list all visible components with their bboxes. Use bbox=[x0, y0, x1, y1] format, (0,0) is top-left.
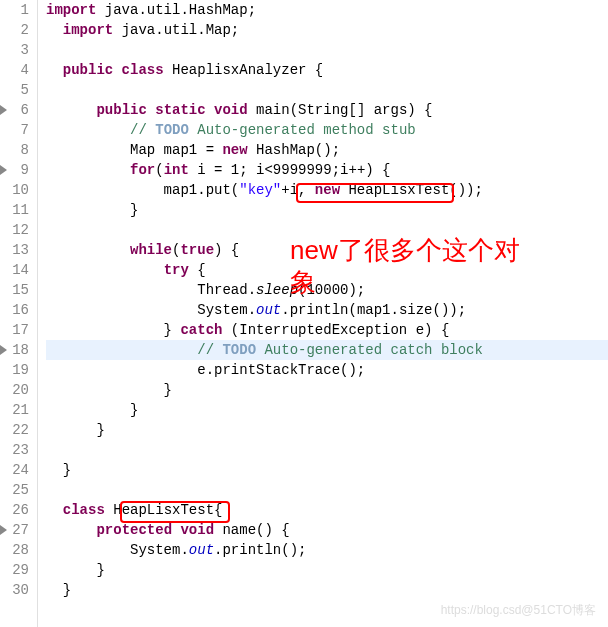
line-number: 20 bbox=[0, 380, 33, 400]
line-number: 1 bbox=[0, 0, 33, 20]
line-number: 12 bbox=[0, 220, 33, 240]
gutter-marker-icon bbox=[0, 105, 7, 115]
code-line[interactable] bbox=[46, 80, 608, 100]
line-number: 21 bbox=[0, 400, 33, 420]
gutter-marker-icon bbox=[0, 345, 7, 355]
code-line[interactable]: } bbox=[46, 460, 608, 480]
line-number: 22 bbox=[0, 420, 33, 440]
line-number: 7 bbox=[0, 120, 33, 140]
code-line[interactable]: protected void name() { bbox=[46, 520, 608, 540]
line-number: 5 bbox=[0, 80, 33, 100]
line-number: 10 bbox=[0, 180, 33, 200]
code-line[interactable] bbox=[46, 40, 608, 60]
code-line[interactable]: } bbox=[46, 200, 608, 220]
code-line[interactable]: public static void main(String[] args) { bbox=[46, 100, 608, 120]
line-number: 26 bbox=[0, 500, 33, 520]
code-line[interactable]: System.out.println(map1.size()); bbox=[46, 300, 608, 320]
code-line[interactable]: } bbox=[46, 420, 608, 440]
line-number: 15 bbox=[0, 280, 33, 300]
code-line[interactable] bbox=[46, 480, 608, 500]
line-number: 9 bbox=[0, 160, 33, 180]
code-line[interactable]: import java.util.Map; bbox=[46, 20, 608, 40]
line-number: 16 bbox=[0, 300, 33, 320]
line-number: 14 bbox=[0, 260, 33, 280]
code-line[interactable]: Thread.sleep(10000); bbox=[46, 280, 608, 300]
line-number: 23 bbox=[0, 440, 33, 460]
line-number: 30 bbox=[0, 580, 33, 600]
code-line[interactable]: e.printStackTrace(); bbox=[46, 360, 608, 380]
watermark: https://blog.csd@51CTO博客 bbox=[441, 602, 596, 619]
code-line[interactable]: Map map1 = new HashMap(); bbox=[46, 140, 608, 160]
line-number: 28 bbox=[0, 540, 33, 560]
code-line[interactable]: // TODO Auto-generated catch block bbox=[46, 340, 608, 360]
code-line[interactable]: } bbox=[46, 580, 608, 600]
line-number: 24 bbox=[0, 460, 33, 480]
code-line[interactable]: while(true) { bbox=[46, 240, 608, 260]
line-number: 3 bbox=[0, 40, 33, 60]
line-number: 25 bbox=[0, 480, 33, 500]
line-number: 18 bbox=[0, 340, 33, 360]
code-line[interactable]: map1.put("key"+i, new HeapLisxTest()); bbox=[46, 180, 608, 200]
line-number: 2 bbox=[0, 20, 33, 40]
code-line[interactable] bbox=[46, 440, 608, 460]
line-number: 27 bbox=[0, 520, 33, 540]
code-line[interactable]: try { bbox=[46, 260, 608, 280]
line-gutter: 1234567891011121314151617181920212223242… bbox=[0, 0, 38, 627]
gutter-marker-icon bbox=[0, 165, 7, 175]
line-number: 8 bbox=[0, 140, 33, 160]
code-line[interactable]: } bbox=[46, 560, 608, 580]
code-line[interactable]: class HeapLisxTest{ bbox=[46, 500, 608, 520]
code-area[interactable]: import java.util.HashMap; import java.ut… bbox=[38, 0, 608, 627]
line-number: 6 bbox=[0, 100, 33, 120]
code-editor: 1234567891011121314151617181920212223242… bbox=[0, 0, 608, 627]
code-line[interactable] bbox=[46, 220, 608, 240]
code-line[interactable]: } bbox=[46, 400, 608, 420]
code-line[interactable]: System.out.println(); bbox=[46, 540, 608, 560]
line-number: 29 bbox=[0, 560, 33, 580]
line-number: 11 bbox=[0, 200, 33, 220]
code-line[interactable]: } bbox=[46, 380, 608, 400]
code-line[interactable]: for(int i = 1; i<9999999;i++) { bbox=[46, 160, 608, 180]
code-line[interactable]: // TODO Auto-generated method stub bbox=[46, 120, 608, 140]
code-line[interactable]: } catch (InterruptedException e) { bbox=[46, 320, 608, 340]
line-number: 13 bbox=[0, 240, 33, 260]
line-number: 17 bbox=[0, 320, 33, 340]
line-number: 4 bbox=[0, 60, 33, 80]
code-line[interactable]: public class HeaplisxAnalyzer { bbox=[46, 60, 608, 80]
gutter-marker-icon bbox=[0, 525, 7, 535]
code-line[interactable]: import java.util.HashMap; bbox=[46, 0, 608, 20]
line-number: 19 bbox=[0, 360, 33, 380]
